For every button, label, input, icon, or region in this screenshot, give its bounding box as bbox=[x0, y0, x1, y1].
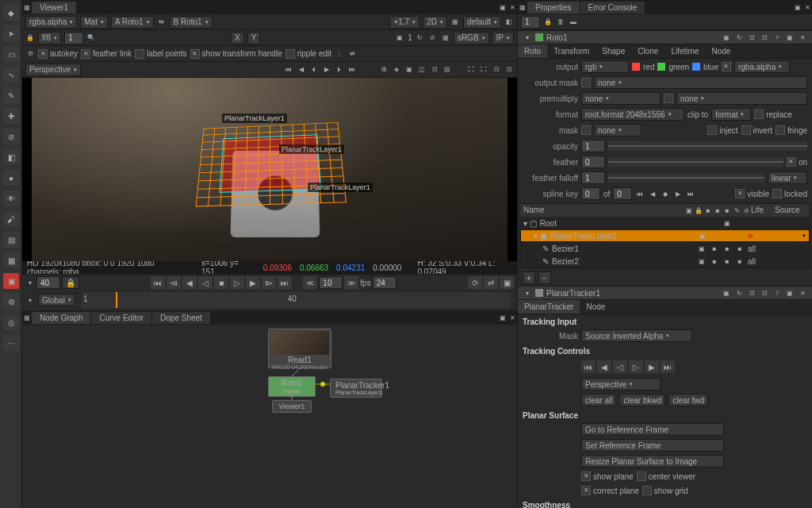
collapse-icon[interactable]: ▾ bbox=[523, 33, 532, 42]
track-back-icon[interactable]: ◀ bbox=[597, 360, 611, 373]
remove-shape-button[interactable]: − bbox=[538, 271, 551, 284]
feather-on-check[interactable]: on bbox=[787, 157, 807, 167]
pmask-select[interactable]: Source Inverted Alpha bbox=[581, 329, 692, 342]
falloff-mode-select[interactable]: linear bbox=[768, 171, 807, 184]
fringe-check[interactable]: fringe bbox=[776, 125, 807, 135]
timeline-ruler[interactable]: 1 40 bbox=[82, 292, 511, 308]
tool-logo-icon[interactable]: ◆ bbox=[3, 5, 19, 21]
outputmask-check[interactable] bbox=[581, 78, 591, 87]
list-icon[interactable]: ▤ bbox=[442, 65, 452, 75]
red-chip[interactable] bbox=[632, 63, 640, 71]
key-next-icon[interactable]: ▶ bbox=[673, 189, 683, 198]
tab-viewer1[interactable]: Viewer1 bbox=[32, 2, 77, 13]
visible-check[interactable]: visible bbox=[735, 189, 769, 198]
grid-icon[interactable]: ⊞ bbox=[379, 65, 389, 75]
tool-pointer-icon[interactable]: ➤ bbox=[3, 25, 19, 41]
subtab-node[interactable]: Node bbox=[705, 44, 737, 58]
tool-add-icon[interactable]: ✚ bbox=[3, 108, 19, 124]
close-icon[interactable]: ✕ bbox=[508, 2, 517, 12]
fval-input[interactable] bbox=[64, 32, 83, 44]
overlay-icon[interactable]: ◈ bbox=[392, 65, 401, 75]
fit3-icon[interactable]: ⊡ bbox=[492, 65, 501, 75]
format-select[interactable]: root.format 2048x1556 bbox=[581, 108, 684, 121]
phdr-d-icon[interactable]: ⊡ bbox=[760, 288, 769, 298]
node-viewer1[interactable]: Viewer1 bbox=[272, 400, 312, 413]
node-color-icon[interactable] bbox=[535, 33, 543, 41]
tool-curve-icon[interactable]: ∿ bbox=[3, 67, 19, 83]
scope-select[interactable]: Global bbox=[38, 294, 75, 306]
tool-select-icon[interactable]: ▭ bbox=[3, 46, 19, 62]
key-set-icon[interactable]: ◆ bbox=[661, 189, 670, 198]
node-planartracker1[interactable]: PlanarTracker1 PlanarTrackLayer1 bbox=[330, 379, 382, 398]
tree-row-planarlayer[interactable]: ▾ ▣PlanarTrackLayer1 ▣⊘ bbox=[520, 229, 810, 242]
transport-stop-icon[interactable]: ■ bbox=[214, 276, 228, 289]
dock-icon[interactable]: ▦ bbox=[22, 2, 32, 12]
falloff-slider[interactable] bbox=[608, 173, 764, 183]
key-last-icon[interactable]: ⏭ bbox=[686, 189, 695, 198]
clipto-select[interactable]: format bbox=[711, 108, 751, 121]
key-prev-icon[interactable]: ◀ bbox=[648, 189, 657, 198]
vt-nextkf-icon[interactable]: ⏵ bbox=[335, 65, 344, 75]
track-mode-select[interactable]: Perspective bbox=[581, 378, 661, 391]
proxy-select[interactable]: IP bbox=[492, 32, 514, 44]
props-count-input[interactable] bbox=[521, 16, 540, 29]
roto-header[interactable]: ▾ Roto1 ▣ ↻ ⊡ ⊡ ? ▣ ✕ bbox=[518, 30, 812, 44]
clear-all-button[interactable]: clear all bbox=[581, 394, 616, 406]
node-read1[interactable]: Read1 MR130-04.000%d.dpx bbox=[268, 329, 331, 368]
region-icon[interactable]: ▦ bbox=[441, 33, 450, 43]
feather-input[interactable] bbox=[581, 156, 605, 168]
tree-col-a-icon[interactable]: ■ bbox=[703, 206, 713, 215]
clear-bkwd-button[interactable]: clear bkwd bbox=[619, 394, 665, 406]
transport-playrev-icon[interactable]: ◀ bbox=[182, 276, 197, 289]
subtab-planartracker[interactable]: PlanarTracker bbox=[518, 300, 580, 314]
show-plane-check[interactable]: show plane bbox=[581, 471, 634, 481]
props-float-icon[interactable]: ▣ bbox=[793, 2, 802, 12]
showtransform-check[interactable]: show transform handle bbox=[190, 49, 282, 59]
tree-col-d-icon[interactable]: ✎ bbox=[732, 206, 741, 215]
hdr-b-icon[interactable]: ↻ bbox=[734, 33, 744, 42]
hdr-help-icon[interactable]: ? bbox=[772, 33, 782, 42]
proxy1-icon[interactable]: ▣ bbox=[395, 33, 404, 43]
hdr-float-icon[interactable]: ▣ bbox=[785, 33, 795, 42]
set-ref-button[interactable]: Set Reference Frame bbox=[581, 439, 724, 452]
phdr-float-icon[interactable]: ▣ bbox=[785, 288, 795, 298]
outputmask-select[interactable]: none bbox=[594, 76, 807, 89]
key-first-icon[interactable]: ⏮ bbox=[635, 189, 645, 198]
planar-header[interactable]: ▾ PlanarTracker1 ▣ ↻ ⊡ ⊡ ? ▣ ✕ bbox=[518, 286, 812, 300]
spline-input[interactable] bbox=[581, 187, 600, 200]
tool-draw-icon[interactable]: ✎ bbox=[3, 87, 19, 103]
transport-last-icon[interactable]: ⏭ bbox=[278, 276, 292, 289]
subtab-lifetime[interactable]: Lifetime bbox=[665, 44, 705, 58]
phdr-help-icon[interactable]: ? bbox=[772, 288, 782, 298]
blue-chip[interactable] bbox=[692, 63, 700, 71]
tl-opt-icon[interactable]: ▣ bbox=[500, 276, 514, 289]
track-first-icon[interactable]: ⏮ bbox=[581, 360, 596, 373]
fps-input[interactable] bbox=[373, 276, 396, 289]
perspective-select[interactable]: Perspective bbox=[25, 64, 81, 76]
tool-eye-icon[interactable]: 👁 bbox=[3, 190, 19, 206]
stereo-icon[interactable]: ▦ bbox=[450, 17, 460, 27]
dim-select[interactable]: 2D bbox=[423, 16, 447, 29]
transport-steprev-icon[interactable]: ◁ bbox=[198, 276, 213, 289]
invert-check[interactable]: invert bbox=[741, 125, 772, 135]
transport-first-icon[interactable]: ⏮ bbox=[151, 276, 165, 289]
hdr-d-icon[interactable]: ⊡ bbox=[760, 33, 769, 42]
subtab-transform[interactable]: Transform bbox=[547, 44, 596, 58]
vt-first-icon[interactable]: ⏮ bbox=[284, 65, 293, 75]
mask-select[interactable]: none bbox=[594, 124, 642, 137]
hdr-c-icon[interactable]: ⊡ bbox=[747, 33, 756, 42]
compare-icon[interactable]: ⇆ bbox=[157, 17, 167, 27]
phdr-a-icon[interactable]: ▣ bbox=[722, 288, 731, 298]
tl-menu-icon[interactable]: ▾ bbox=[25, 278, 35, 287]
go-ref-button[interactable]: Go to Reference Frame bbox=[581, 423, 724, 436]
premult2-select[interactable]: none bbox=[676, 92, 807, 105]
tree-col-e-icon[interactable]: ⊘ bbox=[741, 206, 751, 215]
correct-plane-check[interactable]: correct plane bbox=[581, 486, 639, 495]
gain-select[interactable]: +1.7 bbox=[389, 16, 419, 29]
tree-col-c-icon[interactable]: ■ bbox=[722, 206, 732, 215]
locked-check[interactable]: locked bbox=[772, 189, 807, 198]
fit2-icon[interactable]: ⛶ bbox=[479, 65, 488, 75]
vt-prevkf-icon[interactable]: ⏴ bbox=[309, 65, 319, 75]
tool-text-icon[interactable]: ▦ bbox=[3, 252, 19, 268]
vt-play-icon[interactable]: ▶ bbox=[322, 65, 331, 75]
